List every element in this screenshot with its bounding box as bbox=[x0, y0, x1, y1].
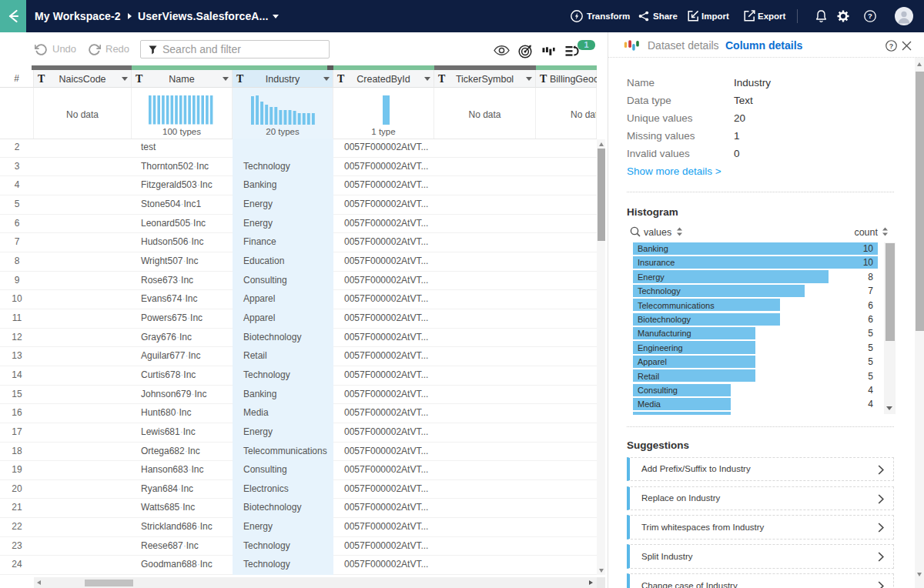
svg-text:?: ? bbox=[868, 12, 872, 20]
svg-text:?: ? bbox=[889, 42, 893, 50]
